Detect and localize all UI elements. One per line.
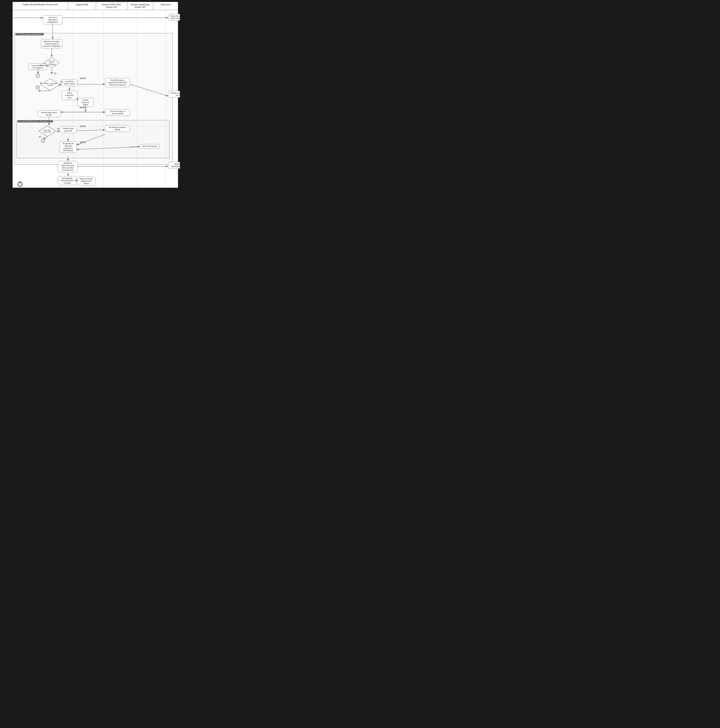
get-list-box: Get List ofdata exportconfigurations bbox=[43, 15, 63, 24]
https-label-2: HTTPS bbox=[80, 107, 86, 109]
kickoff-fhir-box: Kickoff the exportrequest with EHR FHIRB… bbox=[105, 78, 130, 87]
receive-data-box: Receive data exportjob info bbox=[38, 110, 61, 117]
query-export-box: Query the list of dataexport configurati… bbox=[168, 14, 180, 21]
header-fhir: Generic FHIR ClientSystem API bbox=[96, 2, 127, 10]
header-amazon: Amazon HealthLakeSystem API bbox=[127, 2, 153, 10]
send-fhir-box: Send FHIR Bundle bbox=[140, 144, 159, 148]
within-interval-diamond: Within configuredInterval? bbox=[41, 78, 60, 91]
svg-marker-2 bbox=[39, 126, 56, 136]
https-label-4: HTTPS bbox=[80, 141, 86, 144]
header-row: Patient De-Identification Process API An… bbox=[12, 2, 178, 10]
acknowledge-box: AcknowledgeKickoff Requestmessage bbox=[58, 176, 77, 185]
header-api: Patient De-Identification Process API bbox=[12, 2, 68, 10]
x-circle-bottom: ✕ bbox=[36, 86, 40, 89]
main-diagram-box: Patient De-Identification Process API An… bbox=[12, 2, 178, 188]
kickoff-export-box: Kickoff theexport request bbox=[61, 79, 78, 86]
log-previous-box: Log previous jobis in progress bbox=[29, 63, 47, 70]
http-status-diamond: http statuscode ='200' bbox=[38, 125, 56, 137]
kickoff-queue-box: KickoffRequeustQueue bbox=[78, 98, 93, 107]
content-area: Get List ofdata exportconfigurations Que… bbox=[12, 10, 178, 188]
determine-status-box: Determine the statusof previous job fora… bbox=[41, 39, 63, 48]
diagram-container: Scheduledtrigger Patient De-Identificati… bbox=[0, 0, 180, 190]
header-store: Data store bbox=[153, 2, 178, 10]
create-transaction-box: Create a transactionrecord bbox=[168, 91, 180, 98]
retrieve-file-box: Retrieve dataexport file bbox=[60, 126, 77, 133]
remove-queue-box: Remove KickoffRequest fromQueue bbox=[78, 177, 95, 186]
check-status-box: Check the status ofthe job /{jobId} bbox=[105, 109, 130, 116]
end-circle bbox=[18, 182, 23, 187]
update-status-box: Update thestatus and storelast successfu… bbox=[58, 161, 78, 172]
deidentify-box: De-identify thedata andtransform toFHIR … bbox=[60, 141, 77, 153]
file-retrieval-box: File Retrieval request //{fileId} bbox=[105, 125, 130, 132]
header-mq: Anypoint MQ bbox=[68, 2, 96, 10]
update-transaction-box: Update thetransaction details bbox=[168, 162, 180, 169]
https-label-3: HTTPS bbox=[80, 125, 86, 127]
all-configs-label: For all data export configurations bbox=[15, 33, 44, 35]
x-circle-http: ✕ bbox=[41, 139, 45, 143]
add-transaction-box: Add atransactionentry bbox=[61, 91, 78, 100]
https-label-1: HTTPS bbox=[80, 78, 86, 80]
each-fhir-label: For each FHIR Resource / Generated File bbox=[18, 120, 53, 122]
x-circle-top: ✕ bbox=[36, 74, 40, 78]
svg-marker-1 bbox=[41, 79, 60, 90]
